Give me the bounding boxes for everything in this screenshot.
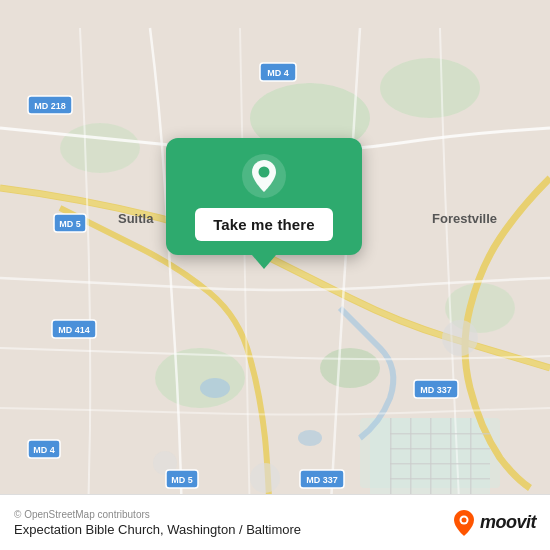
popup-card: Take me there (166, 138, 362, 255)
svg-rect-16 (430, 418, 432, 498)
svg-point-6 (320, 348, 380, 388)
svg-point-11 (250, 463, 280, 493)
svg-rect-22 (390, 478, 490, 480)
svg-point-44 (461, 517, 466, 522)
svg-rect-14 (390, 418, 392, 498)
footer-left: © OpenStreetMap contributors Expectation… (14, 509, 301, 537)
take-me-there-button[interactable]: Take me there (195, 208, 333, 241)
svg-text:Forestville: Forestville (432, 211, 497, 226)
moovit-brand-text: moovit (480, 512, 536, 533)
svg-text:MD 5: MD 5 (171, 475, 193, 485)
svg-point-4 (60, 123, 140, 173)
svg-rect-18 (470, 418, 472, 498)
svg-point-2 (380, 58, 480, 118)
svg-text:MD 4: MD 4 (33, 445, 55, 455)
svg-point-42 (259, 167, 270, 178)
svg-rect-19 (390, 433, 490, 435)
svg-point-3 (155, 348, 245, 408)
moovit-pin-icon (452, 509, 476, 537)
svg-text:Suitla: Suitla (118, 211, 154, 226)
svg-text:MD 414: MD 414 (58, 325, 90, 335)
svg-text:MD 218: MD 218 (34, 101, 66, 111)
location-pin-icon (242, 154, 286, 198)
svg-rect-21 (390, 463, 490, 465)
svg-rect-20 (390, 448, 490, 450)
svg-text:MD 4: MD 4 (267, 68, 289, 78)
svg-point-9 (200, 378, 230, 398)
svg-rect-17 (450, 418, 452, 498)
map-background: MD 4 MD 218 MD 5 MD 414 MD 5 MD 337 MD 3… (0, 0, 550, 550)
svg-text:MD 337: MD 337 (306, 475, 338, 485)
location-text: Expectation Bible Church, Washington / B… (14, 522, 301, 537)
footer-bar: © OpenStreetMap contributors Expectation… (0, 494, 550, 550)
copyright-text: © OpenStreetMap contributors (14, 509, 301, 520)
svg-text:MD 5: MD 5 (59, 219, 81, 229)
moovit-logo[interactable]: moovit (452, 509, 536, 537)
svg-point-10 (298, 430, 322, 446)
svg-point-12 (442, 320, 478, 356)
svg-text:MD 337: MD 337 (420, 385, 452, 395)
map-container: MD 4 MD 218 MD 5 MD 414 MD 5 MD 337 MD 3… (0, 0, 550, 550)
svg-rect-15 (410, 418, 412, 498)
